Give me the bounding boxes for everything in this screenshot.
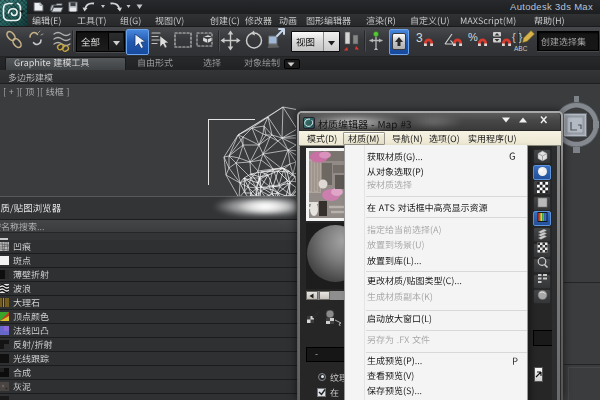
svg-text:%: % — [468, 31, 478, 43]
svg-text:{ }: { } — [512, 31, 523, 43]
svg-text:3: 3 — [416, 31, 423, 45]
svg-text:ABC: ABC — [514, 45, 528, 52]
